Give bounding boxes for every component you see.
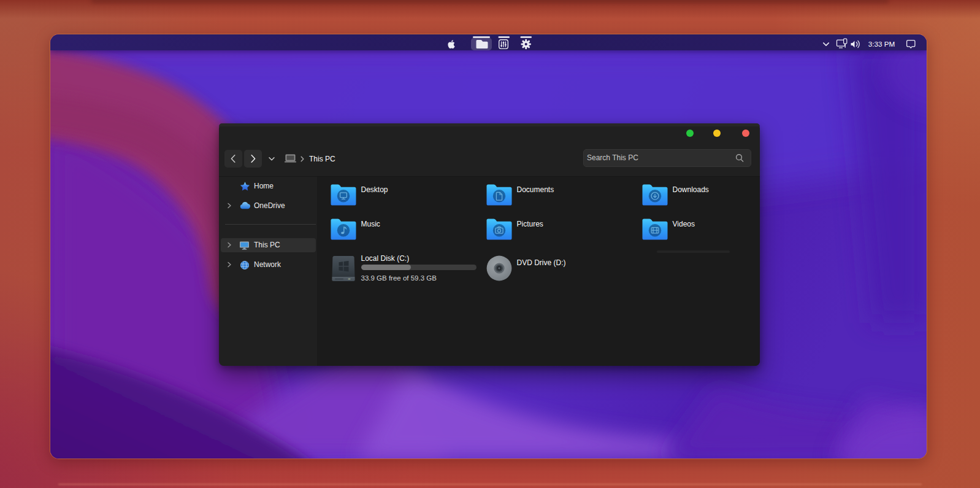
svg-text:3:33 PM: 3:33 PM [868,40,895,48]
